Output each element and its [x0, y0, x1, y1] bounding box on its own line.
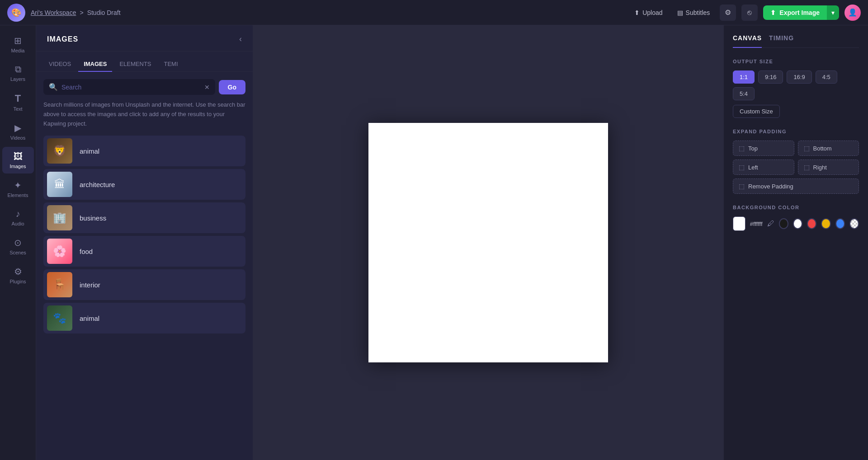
- search-description: Search millions of images from Unsplash …: [43, 100, 245, 128]
- sidebar-item-plugins[interactable]: ⚙ Plugins: [2, 262, 34, 289]
- padding-left-button[interactable]: ⬚ Left: [733, 160, 794, 175]
- images-icon: 🖼: [14, 151, 23, 162]
- sidebar-item-media[interactable]: ⊞ Media: [2, 31, 34, 58]
- padding-right-button[interactable]: ⬚ Right: [798, 160, 859, 175]
- category-item-interior[interactable]: 🪑 interior: [43, 269, 245, 300]
- panel-title: IMAGES: [47, 35, 78, 43]
- gear-icon: ⚙: [725, 8, 731, 17]
- color-swatch-transparent[interactable]: [849, 218, 859, 229]
- tab-elements[interactable]: ELEMENTS: [114, 57, 156, 72]
- color-swatch-yellow[interactable]: [821, 218, 830, 229]
- padding-left-icon: ⬚: [739, 164, 745, 171]
- header-actions: ⬆ Upload ▤ Subtitles ⚙ ⎋ ⬆ Export Image …: [630, 5, 861, 21]
- size-16-9[interactable]: 16:9: [787, 70, 811, 84]
- category-thumb-business: 🏢: [47, 205, 72, 230]
- sidebar-item-layers[interactable]: ⧉ Layers: [2, 60, 34, 86]
- panel-close-button[interactable]: ‹: [239, 34, 242, 44]
- sidebar-item-images[interactable]: 🖼 Images: [2, 147, 34, 174]
- padding-bottom-button[interactable]: ⬚ Bottom: [798, 141, 859, 156]
- plugins-icon: ⚙: [14, 266, 22, 277]
- sidebar-item-elements[interactable]: ✦ Elements: [2, 175, 34, 202]
- size-5-4[interactable]: 5:4: [733, 87, 755, 100]
- workspace-link[interactable]: Ari's Workspace: [31, 9, 76, 16]
- tab-templates[interactable]: TEMI: [159, 57, 184, 72]
- export-button[interactable]: ⬆ Export Image: [763, 5, 827, 20]
- export-dropdown-button[interactable]: ▾: [827, 5, 839, 20]
- images-panel: IMAGES ‹ VIDEOS IMAGES ELEMENTS TEMI 🔍 ✕…: [36, 25, 253, 460]
- color-swatch-white[interactable]: [793, 218, 802, 229]
- category-item-food[interactable]: 🌸 food: [43, 236, 245, 267]
- custom-size-button[interactable]: Custom Size: [733, 105, 780, 118]
- eyedropper-icon: 🖊: [767, 220, 774, 227]
- sidebar-item-videos-label: Videos: [10, 135, 25, 141]
- right-tab-timing[interactable]: TIMING: [769, 34, 794, 48]
- search-row: 🔍 ✕ Go: [43, 79, 245, 95]
- color-swatch-red[interactable]: [807, 218, 816, 229]
- sidebar-item-scenes[interactable]: ⊙ Scenes: [2, 233, 34, 260]
- expand-padding-title: EXPAND PADDING: [733, 129, 859, 134]
- subtitles-button[interactable]: ▤ Subtitles: [673, 6, 715, 19]
- eyedropper-button[interactable]: 🖊: [767, 220, 774, 228]
- color-row: #ffffff 🖊: [733, 216, 859, 231]
- sidebar-item-elements-label: Elements: [8, 192, 28, 198]
- remove-padding-label: Remove Padding: [748, 183, 793, 190]
- upload-icon: ⬆: [634, 9, 640, 16]
- search-input[interactable]: [61, 84, 201, 91]
- project-name: Studio Draft: [87, 9, 121, 16]
- category-name-animal: animal: [80, 147, 99, 155]
- canvas-area: [253, 25, 723, 460]
- videos-icon: ▶: [14, 122, 21, 133]
- remove-padding-button[interactable]: ⬚ Remove Padding: [733, 178, 859, 194]
- category-name-architecture: architecture: [80, 181, 115, 188]
- remove-padding-icon: ⬚: [739, 183, 745, 190]
- category-item-animal[interactable]: 🦁 animal: [43, 136, 245, 166]
- audio-icon: ♪: [16, 209, 20, 219]
- color-preview[interactable]: [733, 216, 745, 231]
- tab-images[interactable]: IMAGES: [78, 57, 112, 72]
- output-size-title: OUTPUT SIZE: [733, 59, 859, 64]
- category-item-architecture[interactable]: 🏛 architecture: [43, 169, 245, 200]
- subtitles-icon: ▤: [677, 9, 683, 16]
- size-4-5[interactable]: 4:5: [816, 70, 837, 84]
- category-name-food: food: [80, 248, 93, 255]
- category-name-interior: interior: [80, 281, 100, 289]
- canvas[interactable]: [368, 123, 608, 362]
- padding-top-button[interactable]: ⬚ Top: [733, 141, 794, 156]
- category-item-animal2[interactable]: 🐾 animal: [43, 303, 245, 333]
- logo[interactable]: 🎨: [7, 4, 25, 22]
- padding-grid: ⬚ Top ⬚ Bottom ⬚ Left ⬚ Right ⬚ Remove: [733, 141, 859, 194]
- avatar[interactable]: 👤: [844, 5, 861, 21]
- size-9-16[interactable]: 9:16: [758, 70, 783, 84]
- right-tab-canvas[interactable]: CANVAS: [733, 34, 762, 48]
- sidebar-item-plugins-label: Plugins: [9, 279, 26, 284]
- search-input-wrap: 🔍 ✕: [43, 79, 215, 95]
- color-swatch-black[interactable]: [779, 218, 788, 229]
- sidebar-item-media-label: Media: [11, 48, 25, 53]
- color-swatch-blue[interactable]: [835, 218, 845, 229]
- category-name-business: business: [80, 214, 106, 222]
- scenes-icon: ⊙: [14, 237, 22, 248]
- size-buttons: 1:1 9:16 16:9 4:5 5:4: [733, 70, 859, 100]
- sidebar-item-audio[interactable]: ♪ Audio: [2, 204, 34, 231]
- sidebar-item-scenes-label: Scenes: [9, 250, 26, 255]
- chevron-down-icon: ▾: [831, 9, 835, 16]
- upload-button[interactable]: ⬆ Upload: [630, 6, 667, 19]
- category-name-animal2: animal: [80, 314, 99, 322]
- size-1-1[interactable]: 1:1: [733, 70, 755, 84]
- export-group: ⬆ Export Image ▾: [763, 5, 839, 20]
- media-icon: ⊞: [14, 35, 22, 46]
- go-button[interactable]: Go: [219, 80, 245, 94]
- settings-button[interactable]: ⚙: [720, 5, 736, 21]
- search-clear-button[interactable]: ✕: [204, 84, 210, 91]
- sidebar-item-layers-label: Layers: [10, 76, 25, 82]
- share-button[interactable]: ⎋: [741, 5, 758, 21]
- search-area: 🔍 ✕ Go Search millions of images from Un…: [36, 72, 253, 136]
- padding-left-label: Left: [748, 164, 758, 171]
- category-thumb-animal2: 🐾: [47, 305, 72, 331]
- sidebar-item-text[interactable]: T Text: [2, 88, 34, 116]
- sidebar-item-audio-label: Audio: [11, 221, 24, 226]
- sidebar-item-videos[interactable]: ▶ Videos: [2, 118, 34, 145]
- tab-videos[interactable]: VIDEOS: [43, 57, 76, 72]
- padding-top-icon: ⬚: [739, 145, 745, 152]
- category-item-business[interactable]: 🏢 business: [43, 202, 245, 233]
